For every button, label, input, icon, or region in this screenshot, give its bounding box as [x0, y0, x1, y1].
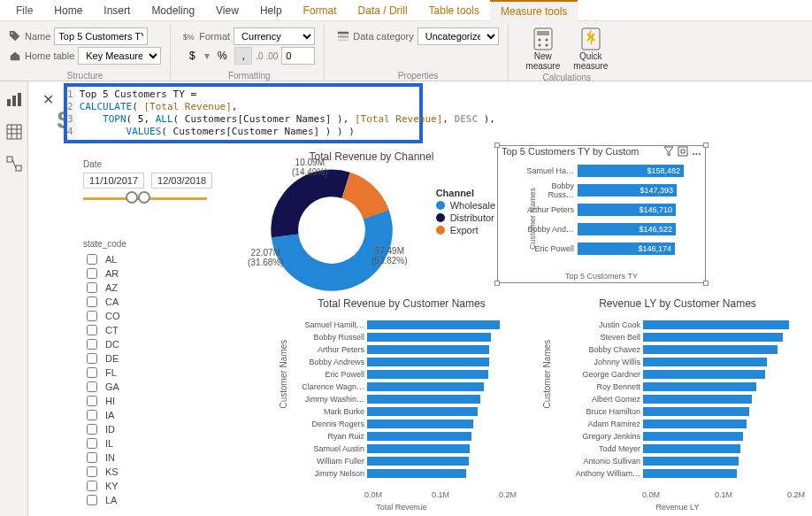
- state-label: KY: [105, 481, 119, 491]
- state-checkbox[interactable]: [87, 466, 97, 477]
- state-label: KS: [105, 466, 119, 477]
- tab-table-tools[interactable]: Table tools: [418, 1, 490, 20]
- state-item[interactable]: ID: [83, 422, 180, 436]
- format-select[interactable]: Currency: [234, 27, 315, 45]
- formula-close-icon[interactable]: ✕: [39, 90, 57, 108]
- pie-chart[interactable]: Total Revenue by Channel 10.09M(14.49%) …: [248, 150, 495, 301]
- state-checkbox[interactable]: [87, 438, 97, 449]
- file-menu[interactable]: File: [5, 1, 43, 20]
- focus-icon[interactable]: [678, 146, 688, 157]
- state-item[interactable]: KS: [83, 465, 180, 479]
- slider-handle-right[interactable]: [138, 191, 150, 204]
- pie-legend: Channel Wholesale Distributor Export: [436, 188, 495, 237]
- formula-bar[interactable]: 1234 Top 5 Customers TY = CALCULATE( [To…: [64, 83, 423, 143]
- state-item[interactable]: AR: [83, 266, 180, 281]
- bar-rect: [643, 407, 749, 416]
- state-checkbox[interactable]: [87, 325, 97, 335]
- state-checkbox[interactable]: [87, 495, 97, 505]
- tab-data-drill[interactable]: Data / Drill: [348, 1, 418, 20]
- state-item[interactable]: GA: [83, 380, 180, 394]
- state-item[interactable]: DC: [83, 337, 180, 351]
- tab-view[interactable]: View: [205, 1, 249, 20]
- pie-label-wholesale: 37.49M(53.82%): [372, 246, 408, 266]
- state-checkbox[interactable]: [87, 268, 97, 279]
- state-item[interactable]: CA: [83, 295, 180, 309]
- state-item[interactable]: AZ: [83, 281, 180, 295]
- currency-button[interactable]: $: [183, 47, 201, 65]
- bar-label: Johnny Willis: [561, 358, 640, 366]
- formula-code[interactable]: Top 5 Customers TY = CALCULATE( [Total R…: [76, 87, 499, 140]
- state-item[interactable]: IA: [83, 408, 180, 422]
- state-item[interactable]: LA: [83, 493, 180, 507]
- state-checkbox[interactable]: [87, 481, 97, 491]
- state-item[interactable]: AL: [83, 252, 180, 266]
- bar2-xaxis: Revenue LY: [547, 503, 808, 512]
- home-table-select[interactable]: Key Measures: [78, 47, 161, 65]
- date-slicer[interactable]: Date 11/10/2017 12/03/2018: [83, 159, 207, 200]
- data-category-select[interactable]: Uncategorized: [417, 27, 499, 45]
- group-properties-label: Properties: [337, 69, 498, 81]
- state-checkbox[interactable]: [87, 396, 97, 406]
- state-label: CA: [105, 297, 119, 307]
- tab-help[interactable]: Help: [249, 1, 293, 20]
- state-checkbox[interactable]: [87, 452, 97, 463]
- date-from-input[interactable]: 11/10/2017: [83, 173, 144, 189]
- state-checkbox[interactable]: [87, 353, 97, 364]
- model-view-icon[interactable]: [6, 156, 22, 172]
- tag-icon: [9, 30, 21, 42]
- decimals-input[interactable]: [281, 47, 315, 65]
- filter-icon[interactable]: [663, 146, 674, 157]
- state-slicer[interactable]: state_code ALARAZCACOCTDCDEFLGAHIIAIDILI…: [83, 239, 180, 507]
- more-icon[interactable]: …: [692, 146, 701, 157]
- state-item[interactable]: IL: [83, 436, 180, 451]
- home-table-label: Home table: [9, 50, 74, 62]
- state-checkbox[interactable]: [87, 381, 97, 392]
- thousands-button[interactable]: ,: [234, 47, 252, 65]
- state-checkbox[interactable]: [87, 254, 97, 265]
- state-item[interactable]: IN: [83, 451, 180, 465]
- new-measure-button[interactable]: New measure: [521, 27, 565, 71]
- date-slider[interactable]: [83, 197, 207, 200]
- bar-rect: [367, 407, 478, 416]
- state-checkbox[interactable]: [87, 282, 97, 293]
- bar-row: Samuel Hamilt…: [297, 319, 517, 331]
- revenue-ly-chart[interactable]: Revenue LY by Customer Names Customer Na…: [547, 297, 808, 510]
- percent-button[interactable]: %: [213, 47, 231, 65]
- bar-row: Todd Meyer: [561, 443, 805, 455]
- tab-measure-tools[interactable]: Measure tools: [490, 0, 578, 21]
- bar-rect: [643, 320, 789, 329]
- bar-label: Bruce Hamilton: [561, 407, 640, 416]
- bar-row: Bobby Russell: [297, 331, 517, 343]
- state-item[interactable]: DE: [83, 351, 180, 366]
- state-item[interactable]: HI: [83, 394, 180, 408]
- state-checkbox[interactable]: [87, 367, 97, 378]
- bar-rect: [367, 370, 488, 379]
- top5-visual[interactable]: Top 5 Customers TY by Custom … Customer …: [497, 145, 706, 283]
- slider-handle-left[interactable]: [126, 191, 138, 204]
- state-item[interactable]: FL: [83, 366, 180, 380]
- measure-name-input[interactable]: [54, 27, 148, 45]
- bar-row: Jimmy Washin…: [297, 393, 517, 405]
- state-checkbox[interactable]: [87, 311, 97, 321]
- state-item[interactable]: CT: [83, 323, 180, 337]
- bar-rect: [643, 457, 739, 466]
- state-checkbox[interactable]: [87, 410, 97, 420]
- state-label: AR: [105, 268, 119, 279]
- tab-insert[interactable]: Insert: [93, 1, 141, 20]
- bar-rect: [643, 432, 743, 441]
- revenue-ty-chart[interactable]: Total Revenue by Customer Names Customer…: [283, 297, 520, 510]
- tab-home[interactable]: Home: [43, 1, 93, 20]
- state-checkbox[interactable]: [87, 424, 97, 435]
- state-item[interactable]: CO: [83, 309, 180, 323]
- bar-label: Eric Powell: [297, 370, 364, 379]
- state-item[interactable]: KY: [83, 479, 180, 493]
- quick-measure-button[interactable]: Quick measure: [569, 27, 613, 71]
- top5-xaxis: Top 5 Customers TY: [498, 272, 705, 281]
- tab-modeling[interactable]: Modeling: [141, 1, 205, 20]
- tab-format[interactable]: Format: [293, 1, 348, 20]
- state-checkbox[interactable]: [87, 297, 97, 307]
- date-to-input[interactable]: 12/03/2018: [151, 173, 212, 189]
- state-checkbox[interactable]: [87, 339, 97, 350]
- report-view-icon[interactable]: [6, 92, 22, 108]
- data-view-icon[interactable]: [6, 124, 22, 140]
